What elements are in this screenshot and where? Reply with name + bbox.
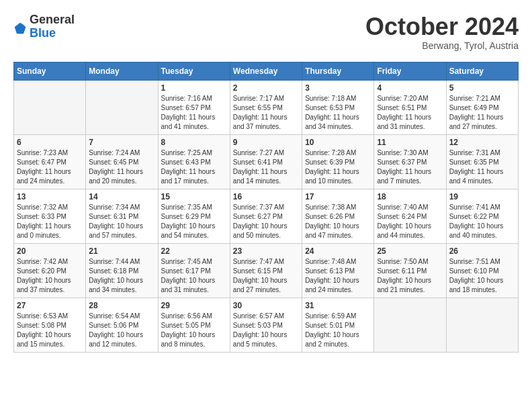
calendar-cell: 27Sunrise: 6:53 AMSunset: 5:08 PMDayligh… [14,298,86,352]
day-info: Sunrise: 7:38 AMSunset: 6:26 PMDaylight:… [305,203,371,240]
calendar-cell: 20Sunrise: 7:42 AMSunset: 6:20 PMDayligh… [14,243,86,298]
logo: General Blue [13,13,75,40]
day-info: Sunrise: 7:48 AMSunset: 6:13 PMDaylight:… [305,257,371,295]
calendar-cell: 13Sunrise: 7:32 AMSunset: 6:33 PMDayligh… [14,189,86,243]
calendar-cell: 30Sunrise: 6:57 AMSunset: 5:03 PMDayligh… [230,298,302,352]
weekday-header: Monday [86,62,158,80]
day-info: Sunrise: 6:59 AMSunset: 5:01 PMDaylight:… [305,312,371,349]
calendar-header: SundayMondayTuesdayWednesdayThursdayFrid… [14,62,519,80]
calendar-week-row: 6Sunrise: 7:23 AMSunset: 6:47 PMDaylight… [14,134,519,189]
day-info: Sunrise: 7:28 AMSunset: 6:39 PMDaylight:… [305,148,371,186]
calendar-cell: 21Sunrise: 7:44 AMSunset: 6:18 PMDayligh… [86,243,158,298]
logo-icon [13,21,27,35]
day-number: 4 [377,83,443,93]
day-info: Sunrise: 7:17 AMSunset: 6:55 PMDaylight:… [233,94,299,132]
calendar-cell [86,80,158,134]
calendar-cell: 8Sunrise: 7:25 AMSunset: 6:43 PMDaylight… [158,134,230,189]
day-number: 21 [89,246,154,256]
calendar-cell: 24Sunrise: 7:48 AMSunset: 6:13 PMDayligh… [302,243,374,298]
calendar-cell: 10Sunrise: 7:28 AMSunset: 6:39 PMDayligh… [302,134,374,189]
weekday-row: SundayMondayTuesdayWednesdayThursdayFrid… [14,62,519,80]
day-info: Sunrise: 7:16 AMSunset: 6:57 PMDaylight:… [161,94,227,132]
day-number: 20 [17,246,83,256]
day-info: Sunrise: 7:18 AMSunset: 6:53 PMDaylight:… [305,94,371,132]
calendar-cell: 7Sunrise: 7:24 AMSunset: 6:45 PMDaylight… [86,134,158,189]
month-title: October 2024 [365,13,519,40]
day-info: Sunrise: 7:51 AMSunset: 6:10 PMDaylight:… [449,257,515,295]
calendar-week-row: 1Sunrise: 7:16 AMSunset: 6:57 PMDaylight… [14,80,519,134]
svg-marker-0 [15,22,26,34]
calendar-cell: 11Sunrise: 7:30 AMSunset: 6:37 PMDayligh… [374,134,446,189]
day-number: 1 [161,83,227,93]
day-info: Sunrise: 7:23 AMSunset: 6:47 PMDaylight:… [17,148,83,186]
day-number: 22 [161,246,227,256]
day-info: Sunrise: 6:56 AMSunset: 5:05 PMDaylight:… [161,312,227,349]
calendar-cell: 31Sunrise: 6:59 AMSunset: 5:01 PMDayligh… [302,298,374,352]
title-area: October 2024 Berwang, Tyrol, Austria [365,13,519,51]
day-number: 15 [161,192,227,201]
day-info: Sunrise: 6:54 AMSunset: 5:06 PMDaylight:… [89,312,154,349]
day-number: 29 [161,301,227,310]
day-number: 31 [305,301,371,310]
day-number: 8 [161,138,227,147]
day-info: Sunrise: 6:53 AMSunset: 5:08 PMDaylight:… [17,312,83,349]
day-number: 12 [449,138,515,147]
day-number: 11 [377,138,443,147]
day-info: Sunrise: 7:31 AMSunset: 6:35 PMDaylight:… [449,148,515,186]
weekday-header: Thursday [302,62,374,80]
day-number: 28 [89,301,154,310]
calendar-cell: 9Sunrise: 7:27 AMSunset: 6:41 PMDaylight… [230,134,302,189]
calendar-cell: 1Sunrise: 7:16 AMSunset: 6:57 PMDaylight… [158,80,230,134]
calendar-cell: 14Sunrise: 7:34 AMSunset: 6:31 PMDayligh… [86,189,158,243]
day-info: Sunrise: 7:32 AMSunset: 6:33 PMDaylight:… [17,203,83,240]
day-number: 23 [233,246,299,256]
weekday-header: Friday [374,62,446,80]
calendar-cell: 22Sunrise: 7:45 AMSunset: 6:17 PMDayligh… [158,243,230,298]
day-number: 30 [233,301,299,310]
day-number: 9 [233,138,299,147]
calendar-cell: 16Sunrise: 7:37 AMSunset: 6:27 PMDayligh… [230,189,302,243]
day-info: Sunrise: 7:20 AMSunset: 6:51 PMDaylight:… [377,94,443,132]
calendar-week-row: 27Sunrise: 6:53 AMSunset: 5:08 PMDayligh… [14,298,519,352]
location-subtitle: Berwang, Tyrol, Austria [365,40,519,51]
day-number: 19 [449,192,515,201]
day-info: Sunrise: 7:45 AMSunset: 6:17 PMDaylight:… [161,257,227,295]
day-number: 26 [449,246,515,256]
calendar-cell: 5Sunrise: 7:21 AMSunset: 6:49 PMDaylight… [446,80,518,134]
day-number: 18 [377,192,443,201]
day-info: Sunrise: 7:44 AMSunset: 6:18 PMDaylight:… [89,257,154,295]
logo-text: General Blue [30,13,75,40]
calendar-cell: 18Sunrise: 7:40 AMSunset: 6:24 PMDayligh… [374,189,446,243]
calendar-week-row: 20Sunrise: 7:42 AMSunset: 6:20 PMDayligh… [14,243,519,298]
weekday-header: Sunday [14,62,86,80]
calendar-cell: 17Sunrise: 7:38 AMSunset: 6:26 PMDayligh… [302,189,374,243]
day-number: 17 [305,192,371,201]
day-number: 24 [305,246,371,256]
calendar-week-row: 13Sunrise: 7:32 AMSunset: 6:33 PMDayligh… [14,189,519,243]
day-info: Sunrise: 7:40 AMSunset: 6:24 PMDaylight:… [377,203,443,240]
day-info: Sunrise: 7:50 AMSunset: 6:11 PMDaylight:… [377,257,443,295]
day-info: Sunrise: 6:57 AMSunset: 5:03 PMDaylight:… [233,312,299,349]
calendar-cell: 3Sunrise: 7:18 AMSunset: 6:53 PMDaylight… [302,80,374,134]
day-info: Sunrise: 7:47 AMSunset: 6:15 PMDaylight:… [233,257,299,295]
weekday-header: Wednesday [230,62,302,80]
calendar-cell: 15Sunrise: 7:35 AMSunset: 6:29 PMDayligh… [158,189,230,243]
page-header: General Blue October 2024 Berwang, Tyrol… [13,13,519,51]
calendar-cell: 23Sunrise: 7:47 AMSunset: 6:15 PMDayligh… [230,243,302,298]
day-info: Sunrise: 7:30 AMSunset: 6:37 PMDaylight:… [377,148,443,186]
day-number: 10 [305,138,371,147]
day-info: Sunrise: 7:35 AMSunset: 6:29 PMDaylight:… [161,203,227,240]
day-info: Sunrise: 7:37 AMSunset: 6:27 PMDaylight:… [233,203,299,240]
day-info: Sunrise: 7:27 AMSunset: 6:41 PMDaylight:… [233,148,299,186]
day-number: 13 [17,192,83,201]
calendar-cell: 2Sunrise: 7:17 AMSunset: 6:55 PMDaylight… [230,80,302,134]
day-info: Sunrise: 7:42 AMSunset: 6:20 PMDaylight:… [17,257,83,295]
calendar-cell: 4Sunrise: 7:20 AMSunset: 6:51 PMDaylight… [374,80,446,134]
calendar-cell: 28Sunrise: 6:54 AMSunset: 5:06 PMDayligh… [86,298,158,352]
day-info: Sunrise: 7:41 AMSunset: 6:22 PMDaylight:… [449,203,515,240]
calendar-cell: 25Sunrise: 7:50 AMSunset: 6:11 PMDayligh… [374,243,446,298]
logo-general: General [30,13,75,27]
calendar-cell [446,298,518,352]
day-number: 5 [449,83,515,93]
calendar-cell: 6Sunrise: 7:23 AMSunset: 6:47 PMDaylight… [14,134,86,189]
